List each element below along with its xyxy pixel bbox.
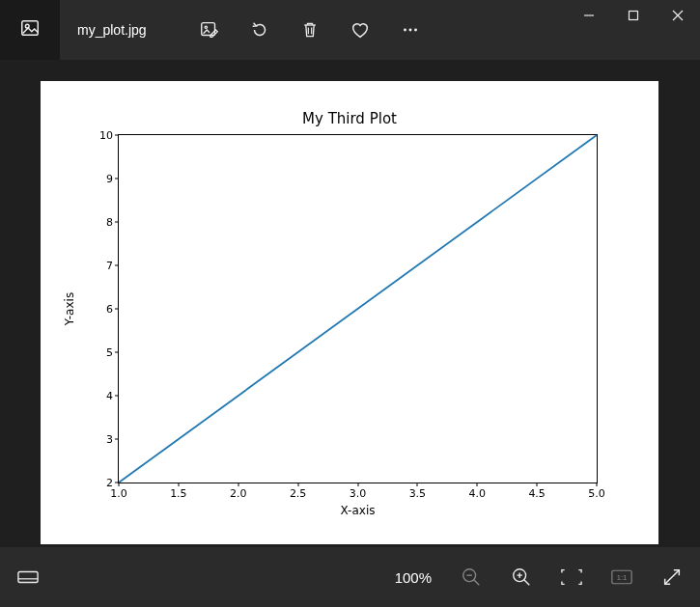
- favorite-button[interactable]: [350, 19, 371, 41]
- displayed-image: My Third Plot X-axis Y-axis 23456789101.…: [41, 81, 658, 544]
- zoom-level-label: 100%: [395, 569, 432, 586]
- svg-point-6: [414, 29, 417, 32]
- chart-line-series: [119, 135, 597, 483]
- svg-point-5: [408, 29, 411, 32]
- window-controls: [567, 0, 700, 60]
- more-button[interactable]: [400, 19, 421, 41]
- chart-axes-area: X-axis Y-axis 23456789101.01.52.02.53.03…: [118, 134, 598, 483]
- footer-bar: 100% 1:1: [0, 547, 700, 607]
- zoom-in-button[interactable]: [511, 566, 532, 588]
- minimize-button[interactable]: [567, 0, 611, 31]
- svg-point-3: [205, 26, 207, 28]
- chart-title: My Third Plot: [41, 110, 658, 127]
- maximize-button[interactable]: [611, 0, 656, 31]
- filmstrip-toggle-button[interactable]: [17, 566, 39, 588]
- edit-image-button[interactable]: [199, 19, 220, 41]
- image-viewport[interactable]: My Third Plot X-axis Y-axis 23456789101.…: [0, 60, 700, 547]
- rotate-button[interactable]: [249, 19, 270, 41]
- fullscreen-button[interactable]: [661, 566, 683, 588]
- chart-y-axis-label: Y-axis: [63, 292, 76, 325]
- svg-rect-8: [18, 572, 38, 583]
- svg-rect-7: [630, 12, 638, 20]
- fit-to-screen-button[interactable]: [561, 566, 582, 588]
- app-icon-block: [0, 0, 60, 60]
- svg-text:1:1: 1:1: [617, 573, 628, 582]
- toolbar: [168, 0, 421, 60]
- image-app-icon: [19, 17, 41, 42]
- delete-button[interactable]: [299, 19, 321, 41]
- svg-rect-0: [22, 21, 39, 36]
- svg-point-4: [404, 29, 406, 32]
- file-name: my_plot.jpg: [60, 0, 168, 60]
- close-button[interactable]: [656, 0, 700, 31]
- titlebar: my_plot.jpg: [0, 0, 700, 60]
- zoom-out-button[interactable]: [461, 566, 482, 588]
- file-name-text: my_plot.jpg: [77, 22, 147, 38]
- actual-size-button[interactable]: 1:1: [611, 566, 632, 588]
